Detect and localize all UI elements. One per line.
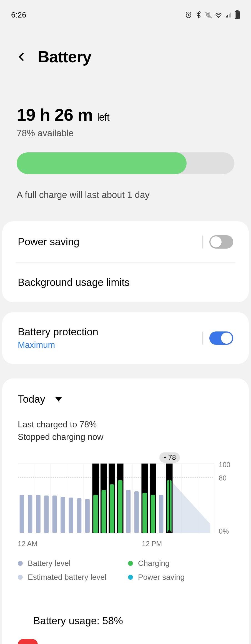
settings-card-1: Power saving Background usage limits — [2, 221, 249, 302]
legend-estimated: Estimated battery level — [28, 573, 123, 582]
svg-rect-25 — [28, 495, 32, 533]
bubble-value: 78 — [168, 454, 176, 462]
bluetooth-icon — [195, 11, 202, 19]
legend-dot-battery — [18, 561, 23, 566]
signal-icon — [225, 11, 232, 19]
charge-note-line1: Last charged to 78% — [18, 418, 233, 431]
period-selector[interactable]: Today — [18, 393, 233, 405]
time-left-suffix: left — [97, 112, 109, 123]
power-saving-switch[interactable] — [209, 235, 233, 249]
power-saving-label: Power saving — [18, 236, 79, 248]
status-icons — [185, 11, 240, 19]
battery-progress-track — [17, 152, 234, 174]
svg-rect-36 — [118, 480, 122, 533]
chart-svg — [18, 464, 214, 533]
chevron-down-icon — [55, 397, 62, 402]
svg-rect-38 — [134, 491, 139, 533]
switch-divider — [202, 332, 203, 345]
status-time: 6:26 — [11, 11, 26, 19]
bolt-icon — [163, 455, 167, 460]
svg-rect-33 — [93, 495, 98, 533]
percent-available: 78% available — [17, 128, 234, 138]
svg-rect-26 — [36, 495, 41, 533]
charge-note: Last charged to 78% Stopped charging now — [18, 418, 233, 444]
battery-protection-row[interactable]: Battery protection Maximum — [2, 312, 249, 364]
y-tick-0: 0% — [219, 527, 229, 535]
svg-rect-34 — [102, 490, 106, 533]
page-header: Battery — [0, 25, 251, 77]
svg-rect-35 — [110, 484, 114, 533]
y-tick-80: 80 — [219, 474, 227, 482]
battery-protection-switch[interactable] — [209, 331, 233, 345]
svg-rect-32 — [85, 499, 90, 533]
battery-protection-label: Battery protection — [18, 326, 98, 338]
svg-rect-41 — [159, 495, 163, 533]
svg-rect-40 — [151, 495, 155, 533]
background-limits-label: Background usage limits — [18, 277, 130, 288]
status-bar: 6:26 — [0, 0, 251, 25]
switch-divider — [202, 236, 203, 248]
page-title: Battery — [38, 47, 91, 66]
x-axis: 12 AM 12 PM — [18, 540, 233, 548]
y-axis: 100 80 0% — [214, 464, 233, 533]
battery-status-icon — [235, 11, 240, 19]
charge-note-line2: Stopped charging now — [18, 431, 233, 444]
settings-card-2: Battery protection Maximum — [2, 312, 249, 364]
svg-point-1 — [218, 17, 219, 18]
power-saving-row[interactable]: Power saving — [2, 221, 249, 262]
svg-rect-30 — [69, 497, 73, 533]
alarm-icon — [185, 11, 192, 19]
current-level-bubble: 78 — [159, 452, 180, 463]
background-limits-row[interactable]: Background usage limits — [2, 263, 249, 302]
battery-usage-heading: Battery usage: 58% — [18, 582, 233, 627]
legend-charging: Charging — [138, 559, 233, 568]
time-left: 19 h 26 m left — [17, 105, 234, 125]
legend-power-saving: Power saving — [138, 573, 233, 582]
mute-icon — [205, 11, 212, 19]
svg-rect-31 — [77, 498, 81, 533]
time-left-value: 19 h 26 m — [17, 105, 93, 124]
legend-dot-estimated — [18, 575, 23, 580]
wifi-icon — [215, 11, 222, 19]
legend-dot-charging — [128, 561, 133, 566]
battery-chart[interactable]: 78 100 80 0% — [18, 464, 233, 533]
svg-rect-27 — [44, 496, 49, 533]
y-tick-100: 100 — [219, 461, 230, 469]
svg-rect-29 — [61, 497, 65, 533]
full-charge-note: A full charge will last about 1 day — [17, 190, 234, 200]
svg-rect-37 — [126, 490, 130, 533]
app-icon — [18, 639, 38, 644]
svg-rect-39 — [142, 493, 147, 533]
chart-legend: Battery level Charging Estimated battery… — [18, 559, 233, 582]
x-tick-12pm: 12 PM — [142, 540, 162, 548]
battery-progress-fill — [17, 152, 187, 174]
battery-protection-sub: Maximum — [18, 340, 98, 350]
period-label: Today — [18, 393, 45, 405]
legend-dot-powersaving — [128, 575, 133, 580]
svg-rect-28 — [52, 496, 57, 533]
legend-battery-level: Battery level — [28, 559, 123, 568]
battery-summary: 19 h 26 m left 78% available A full char… — [0, 77, 251, 211]
x-tick-12am: 12 AM — [18, 540, 37, 548]
svg-rect-24 — [20, 495, 24, 533]
back-icon[interactable] — [17, 52, 27, 62]
app-usage-row[interactable] — [18, 639, 233, 644]
chart-card: Today Last charged to 78% Stopped chargi… — [2, 378, 249, 644]
